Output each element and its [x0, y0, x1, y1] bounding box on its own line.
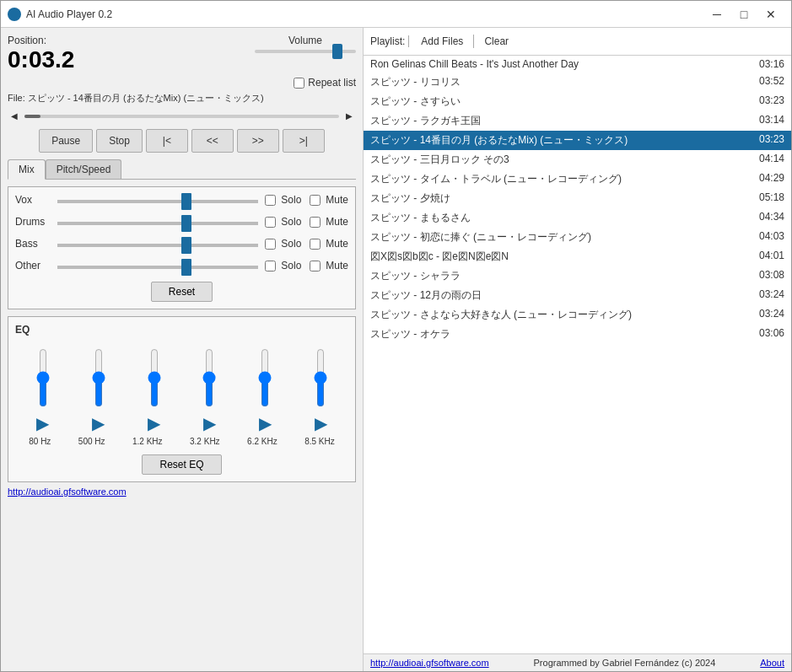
- forward-button[interactable]: >>: [237, 129, 279, 153]
- eq-label-1_2khz: 1.2 KHz: [132, 437, 163, 446]
- drums-solo-checkbox[interactable]: [265, 217, 276, 228]
- window-controls: ─ □ ✕: [703, 1, 784, 28]
- playlist-item[interactable]: スピッツ - タイム・トラベル (ニュー・レコーディング)04:29: [364, 169, 791, 189]
- playlist-item-title: スピッツ - さよなら大好きな人 (ニュー・レコーディング): [370, 308, 752, 322]
- back-button[interactable]: <<: [191, 129, 234, 153]
- bass-slider[interactable]: [57, 244, 258, 247]
- other-mute-checkbox[interactable]: [310, 261, 321, 271]
- position-time: 0:03.2: [8, 46, 74, 73]
- playlist-item[interactable]: 図X図s図b図c - 図e図N図e図N04:01: [364, 247, 791, 266]
- other-solo-label: Solo: [281, 260, 301, 271]
- repeat-row: Repeat list: [8, 77, 356, 89]
- clear-button[interactable]: Clear: [476, 33, 517, 50]
- playlist-item[interactable]: スピッツ - シャララ03:08: [364, 266, 791, 286]
- playlist-list[interactable]: Ron Gelinas Chill Beats - It's Just Anot…: [364, 56, 791, 653]
- seek-left-arrow[interactable]: ◀: [8, 110, 21, 122]
- playlist-item[interactable]: スピッツ - さよなら大好きな人 (ニュー・レコーディング)03:24: [364, 305, 791, 325]
- bass-slider-container: [57, 238, 258, 250]
- drums-mute-checkbox[interactable]: [310, 217, 321, 228]
- close-button[interactable]: ✕: [757, 1, 784, 28]
- add-files-button[interactable]: Add Files: [412, 33, 471, 50]
- eq-label-80hz: 80 Hz: [29, 437, 51, 446]
- vox-mute-checkbox[interactable]: [310, 195, 321, 206]
- vox-checks: Solo Mute: [265, 194, 348, 206]
- bass-solo-checkbox[interactable]: [265, 239, 276, 250]
- eq-slider-80hz[interactable]: [35, 348, 51, 407]
- next-button[interactable]: >|: [283, 129, 325, 153]
- playlist-item[interactable]: スピッツ - 12月の雨の日03:24: [364, 286, 791, 305]
- playlist-item-duration: 03:16: [759, 58, 784, 70]
- link-row: http://audioai.gfsoftware.com: [8, 486, 356, 497]
- seek-bar[interactable]: [24, 115, 339, 118]
- eq-arrow-8_5khz: ▶: [315, 413, 327, 433]
- bass-mute-checkbox[interactable]: [310, 239, 321, 250]
- eq-arrow-6_2khz: ▶: [259, 413, 272, 433]
- playlist-item-duration: 03:23: [759, 133, 784, 148]
- status-bar: http://audioai.gfsoftware.com Programmed…: [364, 653, 791, 671]
- bass-label: Bass: [15, 238, 57, 250]
- about-link[interactable]: About: [760, 658, 784, 668]
- mix-panel: Vox Solo Mute Drums: [8, 186, 356, 309]
- eq-slider-8_5khz[interactable]: [312, 348, 329, 407]
- vox-slider[interactable]: [57, 200, 258, 203]
- stop-button[interactable]: Stop: [96, 129, 143, 153]
- bass-solo-label: Solo: [281, 238, 301, 250]
- seek-bar-row: ◀ ▶: [8, 110, 356, 122]
- repeat-checkbox[interactable]: [294, 78, 304, 89]
- playlist-item-duration: 03:23: [759, 94, 784, 109]
- mix-row-other: Other Solo Mute: [15, 260, 348, 271]
- eq-band-1_2khz: [146, 348, 163, 407]
- playlist-item[interactable]: Ron Gelinas Chill Beats - It's Just Anot…: [364, 56, 791, 73]
- eq-reset-button[interactable]: Reset EQ: [142, 454, 221, 475]
- playlist-item[interactable]: スピッツ - 14番目の月 (おるたなMix) (ニュー・ミックス)03:23: [364, 131, 791, 150]
- playlist-item[interactable]: スピッツ - 三日月ロック その304:14: [364, 150, 791, 169]
- volume-slider[interactable]: [255, 50, 356, 53]
- other-solo-checkbox[interactable]: [265, 261, 276, 271]
- eq-slider-1_2khz[interactable]: [146, 348, 163, 407]
- playlist-item[interactable]: スピッツ - リコリス03:52: [364, 73, 791, 92]
- playlist-item[interactable]: スピッツ - まもるさん04:34: [364, 208, 791, 228]
- tab-mix[interactable]: Mix: [8, 159, 46, 180]
- drums-checks: Solo Mute: [265, 216, 348, 228]
- playlist-item-title: スピッツ - 12月の雨の日: [370, 288, 752, 303]
- file-info: File: スピッツ - 14番目の月 (おるたなMix) (ニュー・ミックス): [8, 92, 356, 105]
- eq-slider-6_2khz[interactable]: [256, 348, 273, 407]
- position-section: Position: 0:03.2: [8, 35, 74, 73]
- minimize-button[interactable]: ─: [703, 1, 730, 28]
- playlist-item-duration: 04:29: [759, 172, 784, 186]
- playlist-item[interactable]: スピッツ - ラクガキ王国03:14: [364, 111, 791, 131]
- vox-solo-checkbox[interactable]: [265, 195, 276, 206]
- mix-reset-button[interactable]: Reset: [151, 282, 213, 302]
- playlist-item-title: スピッツ - さすらい: [370, 94, 752, 109]
- eq-section: EQ: [8, 316, 356, 482]
- eq-band-6_2khz: [256, 348, 273, 407]
- playlist-item[interactable]: スピッツ - オケラ03:06: [364, 325, 791, 344]
- playlist-item[interactable]: スピッツ - 初恋に捧ぐ (ニュー・レコーディング)04:03: [364, 228, 791, 247]
- playlist-item[interactable]: スピッツ - 夕焼け05:18: [364, 189, 791, 208]
- playlist-item[interactable]: スピッツ - さすらい03:23: [364, 92, 791, 111]
- eq-arrow-1_2khz: ▶: [148, 413, 160, 433]
- other-slider[interactable]: [57, 266, 258, 269]
- prev-button[interactable]: |<: [146, 129, 188, 153]
- other-slider-container: [57, 260, 258, 271]
- playlist-item-title: 図X図s図b図c - 図e図N図e図N: [370, 250, 752, 264]
- other-checks: Solo Mute: [265, 260, 348, 271]
- maximize-button[interactable]: □: [730, 1, 757, 28]
- playlist-item-duration: 04:34: [759, 211, 784, 225]
- status-link[interactable]: http://audioai.gfsoftware.com: [370, 658, 489, 668]
- website-link[interactable]: http://audioai.gfsoftware.com: [8, 487, 127, 497]
- drums-slider[interactable]: [57, 222, 258, 225]
- playlist-toolbar: Playlist: Add Files Clear: [364, 28, 791, 56]
- eq-arrow-500hz: ▶: [92, 413, 105, 433]
- left-panel: Position: 0:03.2 Volume Repeat list File…: [1, 28, 364, 671]
- eq-arrow-80hz: ▶: [36, 413, 49, 433]
- seek-right-arrow[interactable]: ▶: [342, 110, 356, 122]
- position-volume-row: Position: 0:03.2 Volume: [8, 35, 356, 73]
- eq-slider-3_2khz[interactable]: [201, 348, 218, 407]
- playlist-item-title: スピッツ - リコリス: [370, 75, 752, 89]
- other-mute-label: Mute: [326, 260, 348, 271]
- drums-slider-container: [57, 216, 258, 228]
- eq-slider-500hz[interactable]: [90, 348, 107, 407]
- pause-button[interactable]: Pause: [39, 129, 93, 153]
- tab-pitch-speed[interactable]: Pitch/Speed: [46, 159, 122, 179]
